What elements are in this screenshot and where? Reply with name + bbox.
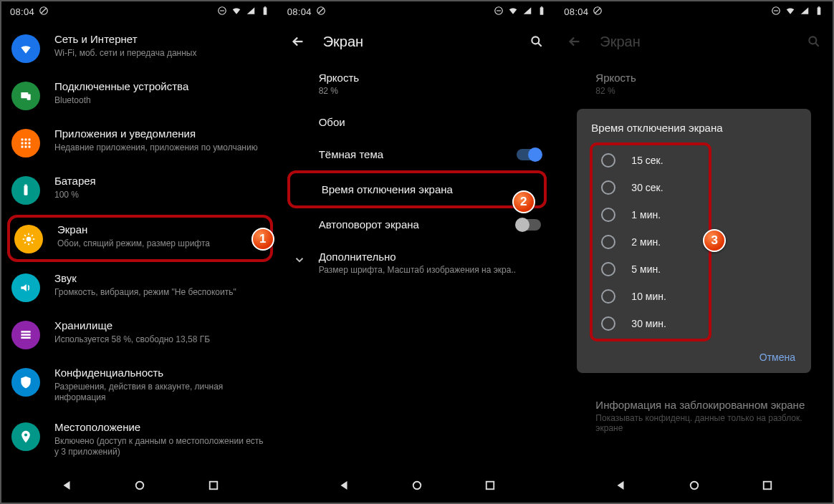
nav-back-icon[interactable] [337, 479, 350, 492]
dnd-icon [39, 6, 49, 18]
timeout-option-2m[interactable]: 2 мин. [593, 228, 709, 256]
nav-home-icon[interactable] [688, 479, 701, 492]
page-title: Экран [323, 34, 363, 50]
nav-recent-icon[interactable] [484, 479, 497, 492]
back-arrow-icon[interactable] [290, 34, 306, 49]
screen-timeout-dialog: Время отключения экрана 15 сек. 30 сек. … [577, 109, 811, 373]
item-title: Конфиденциальность [54, 367, 267, 380]
annotation-badge-1: 1 [251, 228, 274, 251]
item-title: Батарея [54, 175, 267, 188]
item-subtitle: Bluetooth [54, 95, 267, 107]
settings-item-apps[interactable]: Приложения и уведомленияНедавние приложе… [1, 119, 279, 166]
radio-icon [601, 235, 615, 249]
navigation-bar [1, 468, 279, 503]
nav-recent-icon[interactable] [207, 479, 220, 492]
svg-rect-30 [21, 337, 30, 339]
nav-home-icon[interactable] [133, 479, 146, 492]
svg-rect-28 [21, 331, 30, 333]
svg-rect-7 [27, 94, 31, 100]
timeout-option-1m[interactable]: 1 мин. [593, 201, 709, 228]
item-subtitle: Громкость, вибрация, режим "Не беспокоит… [54, 287, 267, 299]
status-bar: 08:04 [279, 1, 556, 21]
settings-item-connected[interactable]: Подключенные устройстваBluetooth [1, 72, 279, 119]
battery-icon [537, 6, 547, 18]
svg-line-27 [32, 235, 33, 236]
battery-icon [260, 6, 270, 18]
option-label: 5 мин. [631, 263, 661, 275]
settings-item-storage[interactable]: ХранилищеИспользуется 58 %, свободно 13,… [1, 311, 279, 358]
setting-value: 82 % [319, 86, 542, 96]
search-icon[interactable] [529, 34, 544, 49]
dialog-cancel-button[interactable]: Отмена [577, 344, 811, 366]
settings-item-display[interactable]: ЭкранОбои, спящий режим, размер шрифта 1 [7, 215, 273, 262]
wifi-icon [508, 6, 518, 18]
nav-back-icon[interactable] [60, 479, 73, 492]
settings-item-location[interactable]: МестоположениеВключено (доступ к данным … [1, 412, 279, 467]
svg-point-16 [28, 145, 30, 147]
brightness-icon [14, 225, 43, 253]
svg-point-12 [24, 142, 27, 144]
setting-advanced[interactable]: Дополнительно Размер шрифта, Масштаб изо… [279, 241, 556, 285]
chevron-down-icon [293, 253, 306, 266]
setting-darktheme[interactable]: Тёмная тема [279, 138, 556, 170]
screen-header: Экран [279, 21, 556, 62]
settings-item-network[interactable]: Сеть и ИнтернетWi-Fi, моб. сети и переда… [1, 24, 279, 72]
setting-label: Автоповорот экрана [319, 218, 542, 231]
item-subtitle: 100 % [54, 190, 267, 201]
wifi-icon [11, 34, 40, 63]
setting-label: Тёмная тема [319, 148, 542, 160]
item-subtitle: Недавние приложения, приложения по умолч… [54, 142, 267, 154]
radio-icon [601, 180, 615, 195]
setting-brightness[interactable]: Яркость 82 % [279, 62, 556, 106]
apps-icon [11, 129, 40, 158]
signal-icon [522, 6, 532, 18]
status-clock: 08:04 [287, 6, 312, 17]
svg-point-32 [136, 482, 144, 490]
item-title: Местоположение [54, 421, 267, 435]
timeout-option-30m[interactable]: 30 мин. [593, 310, 709, 337]
svg-point-31 [24, 433, 27, 436]
darktheme-toggle[interactable] [517, 149, 541, 160]
settings-main-screen: 08:04 Сеть и ИнтернетWi-Fi, моб. сети и … [1, 1, 279, 503]
timeout-option-15s[interactable]: 15 сек. [593, 147, 709, 174]
svg-rect-33 [209, 482, 217, 490]
svg-point-8 [21, 138, 23, 140]
settings-item-privacy[interactable]: КонфиденциальностьРазрешения, действия в… [1, 358, 279, 412]
svg-rect-18 [24, 185, 27, 186]
svg-point-14 [21, 145, 23, 147]
svg-line-1 [42, 8, 47, 13]
display-settings-screen: 08:04 Экран Яркость 82 % Обои Тёмная тем… [279, 1, 556, 503]
item-title: Звук [54, 272, 267, 286]
svg-line-35 [318, 8, 323, 13]
svg-point-40 [532, 37, 540, 44]
storage-icon [11, 321, 40, 349]
svg-rect-53 [764, 482, 772, 490]
item-title: Подключенные устройства [54, 80, 267, 94]
nav-recent-icon[interactable] [761, 479, 774, 492]
nav-home-icon[interactable] [411, 479, 423, 492]
option-label: 1 мин. [631, 209, 661, 220]
timeout-option-10m[interactable]: 10 мин. [593, 283, 709, 310]
status-bar: 08:04 [1, 1, 279, 21]
svg-point-19 [27, 237, 32, 242]
navigation-bar [279, 468, 556, 503]
timeout-option-30s[interactable]: 30 сек. [593, 174, 709, 201]
settings-item-sound[interactable]: ЗвукГромкость, вибрация, режим "Не беспо… [1, 263, 279, 311]
devices-icon [11, 82, 40, 110]
nav-back-icon[interactable] [614, 479, 627, 492]
setting-wallpaper[interactable]: Обои [279, 106, 556, 138]
settings-item-battery[interactable]: Батарея100 % [1, 166, 279, 213]
battery-icon [11, 176, 40, 205]
timeout-option-5m[interactable]: 5 мин. [593, 256, 709, 283]
item-subtitle: Включено (доступ к данным о местоположен… [54, 436, 267, 458]
privacy-icon [11, 368, 40, 397]
svg-rect-17 [24, 185, 28, 195]
dialog-overlay[interactable]: Время отключения экрана 15 сек. 30 сек. … [555, 1, 833, 503]
settings-list: Сеть и ИнтернетWi-Fi, моб. сети и переда… [1, 21, 279, 470]
minus-circle-icon [494, 6, 504, 18]
setting-screen-timeout[interactable]: Время отключения экрана [287, 170, 547, 208]
autorotate-toggle[interactable] [517, 219, 541, 231]
setting-autorotate[interactable]: Автоповорот экрана [279, 208, 556, 241]
radio-icon [601, 208, 615, 222]
svg-rect-43 [486, 482, 494, 490]
